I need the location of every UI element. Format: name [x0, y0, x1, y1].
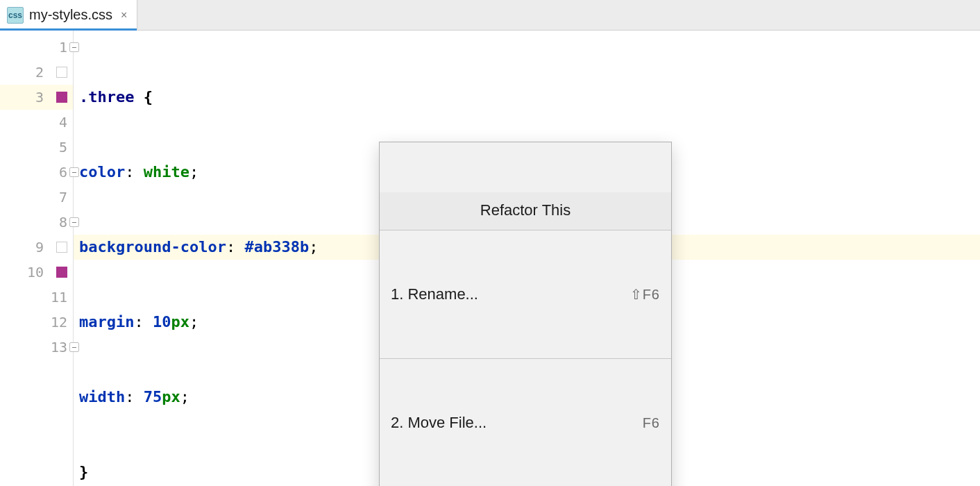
property: background-color: [79, 235, 226, 260]
refactor-popup: Refactor This 1. Rename... ⇧F6 2. Move F…: [379, 142, 672, 486]
popup-item-move[interactable]: 2. Move File... F6: [380, 409, 671, 437]
color-swatch-icon[interactable]: [56, 92, 67, 103]
line-number: 1: [48, 35, 67, 60]
value: white: [134, 160, 189, 185]
gutter-line: 2: [0, 60, 73, 85]
gutter-line: 9: [0, 235, 73, 260]
shortcut: F6: [643, 410, 660, 435]
punct: ;: [309, 235, 318, 260]
unit: px: [171, 310, 189, 335]
color-swatch-icon[interactable]: [56, 267, 67, 278]
punct: :: [226, 235, 235, 260]
code-line: .three {: [79, 85, 980, 110]
punct: :: [125, 160, 134, 185]
gutter-line: 7: [0, 185, 73, 210]
line-number: 10: [24, 260, 44, 285]
gutter-line: 4: [0, 110, 73, 135]
punct: :: [125, 385, 134, 410]
value: #ab338b: [235, 235, 309, 260]
gutter-line: 10: [0, 260, 73, 285]
gutter-line: 1: [0, 35, 73, 60]
value: 75: [134, 385, 162, 410]
line-number: 13: [48, 335, 67, 360]
gutter-line: 12: [0, 310, 73, 335]
gutter-line: 6: [0, 160, 73, 185]
code-area[interactable]: .three { color: white; background-color:…: [74, 31, 980, 486]
editor: 1 2 3 4 5 6 7 8 9: [0, 31, 980, 486]
property: margin: [79, 310, 134, 335]
punct: ;: [189, 310, 198, 335]
gutter-line: 11: [0, 285, 73, 310]
punct: }: [79, 460, 88, 485]
line-number: 3: [24, 85, 44, 110]
color-swatch-icon[interactable]: [56, 242, 67, 253]
punct: ;: [189, 160, 198, 185]
selector: .three: [79, 85, 134, 110]
punct: :: [134, 310, 143, 335]
line-number: 12: [48, 310, 67, 335]
file-tab[interactable]: css my-styles.css ×: [0, 0, 137, 30]
gutter: 1 2 3 4 5 6 7 8 9: [0, 31, 74, 486]
unit: px: [162, 385, 180, 410]
shortcut: ⇧F6: [630, 282, 660, 307]
line-number: 11: [48, 285, 67, 310]
popup-item-label: 1. Rename...: [391, 282, 478, 307]
css-file-icon: css: [7, 7, 24, 24]
line-number: 9: [24, 235, 44, 260]
gutter-line: 5: [0, 135, 73, 160]
line-number: 5: [48, 135, 67, 160]
punct: ;: [180, 385, 189, 410]
line-number: 7: [48, 185, 67, 210]
color-swatch-icon[interactable]: [56, 67, 67, 78]
property: color: [79, 160, 125, 185]
popup-item-rename[interactable]: 1. Rename... ⇧F6: [380, 280, 671, 308]
separator: [380, 358, 671, 359]
line-number: 2: [24, 60, 44, 85]
line-number: 4: [48, 110, 67, 135]
value: 10: [144, 310, 171, 335]
punct: {: [134, 85, 153, 110]
tab-bar: css my-styles.css ×: [0, 0, 980, 31]
popup-item-label: 2. Move File...: [391, 410, 487, 435]
close-icon[interactable]: ×: [121, 9, 127, 22]
property: width: [79, 385, 125, 410]
gutter-line: 8: [0, 210, 73, 235]
gutter-line: 13: [0, 335, 73, 360]
tab-label: my-styles.css: [29, 7, 112, 23]
line-number: 6: [48, 160, 67, 185]
popup-title: Refactor This: [380, 192, 671, 231]
line-number: 8: [48, 210, 67, 235]
gutter-line: 3: [0, 85, 73, 110]
